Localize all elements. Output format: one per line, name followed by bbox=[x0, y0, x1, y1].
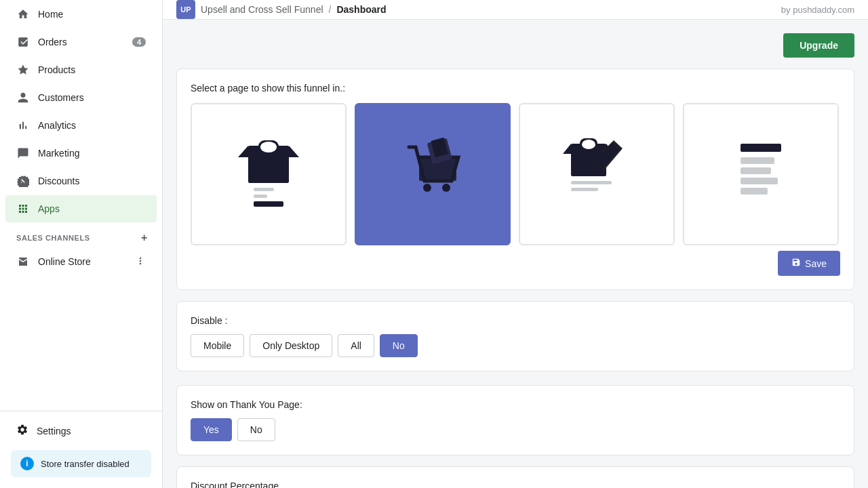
discount-card: Discount Percentage bbox=[176, 466, 854, 488]
svg-point-5 bbox=[260, 142, 277, 152]
disable-all-button[interactable]: All bbox=[338, 334, 374, 357]
sidebar-item-customers[interactable]: Customers bbox=[5, 84, 157, 111]
sidebar-item-marketing[interactable]: Marketing bbox=[5, 140, 157, 167]
sidebar-marketing-label: Marketing bbox=[38, 148, 79, 159]
sidebar-item-apps[interactable]: Apps bbox=[5, 195, 157, 222]
sidebar-bottom: Settings i Store transfer disabled bbox=[0, 411, 162, 488]
svg-rect-19 bbox=[571, 181, 612, 184]
sidebar-products-label: Products bbox=[38, 64, 75, 75]
apps-icon bbox=[16, 202, 30, 216]
discount-label: Discount Percentage bbox=[191, 481, 840, 488]
svg-rect-6 bbox=[254, 188, 274, 191]
sidebar-analytics-label: Analytics bbox=[38, 120, 76, 131]
page-selector-card: Select a page to show this funnel in.: bbox=[176, 68, 854, 290]
sidebar-nav: Home Orders 4 Products Customers bbox=[0, 0, 162, 411]
online-store-settings-icon[interactable] bbox=[135, 256, 146, 268]
online-store-icon bbox=[16, 255, 30, 268]
svg-rect-25 bbox=[741, 188, 768, 195]
info-icon: i bbox=[20, 457, 34, 470]
disable-no-button[interactable]: No bbox=[380, 334, 418, 357]
svg-rect-4 bbox=[253, 148, 284, 180]
by-text: by pushdaddy.com bbox=[781, 5, 854, 15]
save-label: Save bbox=[805, 258, 827, 269]
svg-rect-22 bbox=[741, 157, 774, 164]
page-card-checkout[interactable] bbox=[519, 103, 675, 245]
content-area: Upgrade Select a page to show this funne… bbox=[163, 20, 868, 488]
thank-you-yes-button[interactable]: Yes bbox=[191, 418, 232, 441]
disable-mobile-button[interactable]: Mobile bbox=[191, 334, 244, 357]
svg-marker-2 bbox=[289, 146, 299, 157]
sidebar-item-settings[interactable]: Settings bbox=[5, 417, 157, 445]
page-selector bbox=[191, 103, 840, 245]
settings-icon bbox=[16, 424, 28, 438]
thank-you-btn-group: Yes No bbox=[191, 418, 840, 441]
top-bar: UP Upsell and Cross Sell Funnel / Dashbo… bbox=[163, 0, 868, 20]
store-transfer-notice: i Store transfer disabled bbox=[11, 450, 151, 477]
sidebar-item-discounts[interactable]: Discounts bbox=[5, 167, 157, 195]
sidebar-item-orders[interactable]: Orders 4 bbox=[5, 28, 157, 56]
sidebar-item-online-store[interactable]: Online Store bbox=[5, 248, 157, 275]
save-icon bbox=[791, 258, 801, 269]
thank-you-label: Show on Thank You Page: bbox=[191, 399, 840, 410]
svg-rect-21 bbox=[741, 144, 781, 152]
main-content: UP Upsell and Cross Sell Funnel / Dashbo… bbox=[163, 0, 868, 488]
store-transfer-label: Store transfer disabled bbox=[41, 459, 130, 469]
sidebar-item-home[interactable]: Home bbox=[5, 1, 157, 28]
app-name: Upsell and Cross Sell Funnel bbox=[201, 4, 323, 15]
settings-label: Settings bbox=[37, 426, 71, 436]
svg-rect-24 bbox=[741, 178, 778, 184]
svg-rect-23 bbox=[741, 167, 771, 174]
sidebar-customers-label: Customers bbox=[38, 92, 84, 103]
page-card-product[interactable] bbox=[191, 103, 347, 245]
sidebar-apps-label: Apps bbox=[38, 203, 60, 214]
svg-point-11 bbox=[442, 184, 450, 192]
svg-marker-1 bbox=[238, 146, 248, 157]
svg-rect-8 bbox=[254, 201, 283, 207]
svg-rect-7 bbox=[254, 195, 267, 198]
save-row: Save bbox=[191, 251, 840, 276]
page-card-list[interactable] bbox=[683, 103, 839, 245]
orders-icon bbox=[16, 35, 30, 49]
online-store-label: Online Store bbox=[38, 256, 91, 267]
disable-label: Disable : bbox=[191, 315, 840, 326]
marketing-icon bbox=[16, 146, 30, 160]
orders-badge: 4 bbox=[132, 37, 146, 47]
sales-channels-section: SALES CHANNELS + bbox=[0, 223, 162, 247]
sidebar-home-label: Home bbox=[38, 9, 63, 20]
add-sales-channel-button[interactable]: + bbox=[138, 231, 151, 245]
current-page-label: Dashboard bbox=[336, 4, 386, 15]
products-icon bbox=[16, 63, 30, 77]
sidebar-discounts-label: Discounts bbox=[38, 176, 79, 186]
disable-card: Disable : Mobile Only Desktop All No bbox=[176, 301, 854, 371]
upgrade-button[interactable]: Upgrade bbox=[783, 33, 854, 58]
analytics-icon bbox=[16, 119, 30, 132]
select-page-label: Select a page to show this funnel in.: bbox=[191, 83, 840, 94]
disable-btn-group: Mobile Only Desktop All No bbox=[191, 334, 840, 357]
thank-you-no-button[interactable]: No bbox=[237, 418, 275, 441]
sidebar-item-analytics[interactable]: Analytics bbox=[5, 112, 157, 139]
home-icon bbox=[16, 7, 30, 21]
save-button[interactable]: Save bbox=[778, 251, 840, 276]
breadcrumb-separator: / bbox=[329, 4, 332, 15]
svg-point-18 bbox=[582, 140, 595, 149]
svg-rect-20 bbox=[571, 188, 598, 191]
svg-marker-15 bbox=[563, 144, 571, 154]
sidebar-item-products[interactable]: Products bbox=[5, 56, 157, 83]
discounts-icon bbox=[16, 174, 30, 188]
customers-icon bbox=[16, 91, 30, 104]
app-logo: UP bbox=[176, 0, 195, 19]
sidebar-orders-label: Orders bbox=[38, 37, 67, 47]
breadcrumb: UP Upsell and Cross Sell Funnel / Dashbo… bbox=[176, 0, 387, 19]
sales-channels-label: SALES CHANNELS bbox=[16, 234, 90, 242]
sidebar: Home Orders 4 Products Customers bbox=[0, 0, 163, 488]
svg-point-10 bbox=[423, 184, 431, 192]
page-card-cart[interactable] bbox=[355, 103, 511, 245]
disable-only-desktop-button[interactable]: Only Desktop bbox=[250, 334, 332, 357]
thank-you-card: Show on Thank You Page: Yes No bbox=[176, 385, 854, 455]
upgrade-row: Upgrade bbox=[176, 33, 854, 58]
